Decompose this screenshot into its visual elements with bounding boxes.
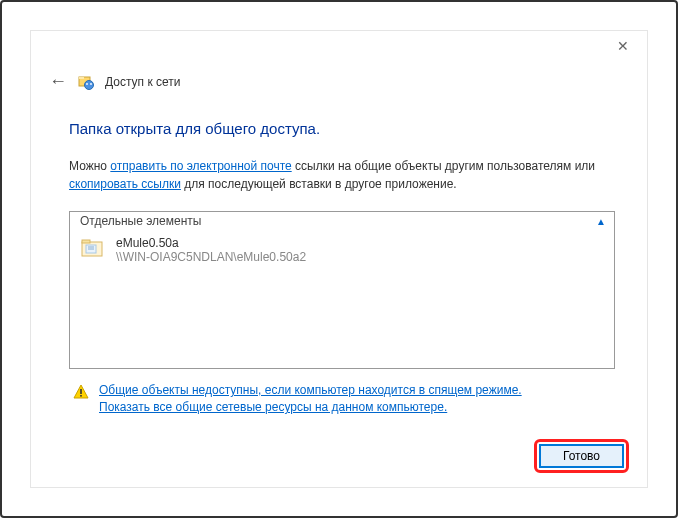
titlebar: ✕ — [31, 31, 647, 63]
shared-item-row[interactable]: eMule0.50a \\WIN-OIA9C5NDLAN\eMule0.50a2 — [70, 230, 614, 270]
network-sharing-dialog: ✕ ← Доступ к сети Папка открыта для обще… — [30, 30, 648, 488]
svg-rect-1 — [79, 77, 84, 79]
description-text: Можно отправить по электронной почте ссы… — [69, 157, 615, 193]
desc-mid: ссылки на общие объекты другим пользоват… — [292, 159, 595, 173]
copy-link[interactable]: скопировать ссылки — [69, 177, 181, 191]
dialog-title: Доступ к сети — [105, 75, 180, 89]
email-link[interactable]: отправить по электронной почте — [110, 159, 291, 173]
show-all-shares-link[interactable]: Показать все общие сетевые ресурсы на да… — [99, 400, 522, 414]
warning-icon — [73, 384, 89, 403]
warning-section: Общие объекты недоступны, если компьютер… — [69, 383, 615, 414]
desc-prefix: Можно — [69, 159, 110, 173]
dialog-content: Папка открыта для общего доступа. Можно … — [31, 96, 647, 426]
main-heading: Папка открыта для общего доступа. — [69, 120, 615, 137]
chevron-up-icon: ▲ — [596, 216, 606, 227]
shared-items-label: Отдельные элементы — [80, 214, 201, 228]
highlight-annotation: Готово — [534, 439, 629, 473]
shared-item-text: eMule0.50a \\WIN-OIA9C5NDLAN\eMule0.50a2 — [116, 236, 306, 264]
shared-item-name: eMule0.50a — [116, 236, 306, 250]
shared-items-header[interactable]: Отдельные элементы ▲ — [70, 212, 614, 230]
warning-links: Общие объекты недоступны, если компьютер… — [99, 383, 522, 414]
network-folder-icon — [77, 73, 95, 91]
dialog-footer: Готово — [534, 439, 629, 473]
dialog-header: ← Доступ к сети — [31, 63, 647, 96]
sleep-mode-link[interactable]: Общие объекты недоступны, если компьютер… — [99, 383, 522, 397]
back-button[interactable]: ← — [49, 71, 67, 92]
close-button[interactable]: ✕ — [603, 33, 643, 59]
close-icon: ✕ — [617, 38, 629, 54]
desc-suffix: для последующей вставки в другое приложе… — [181, 177, 457, 191]
svg-point-3 — [86, 83, 88, 85]
done-button[interactable]: Готово — [539, 444, 624, 468]
shared-items-panel: Отдельные элементы ▲ eMule0.50a \\WIN-OI… — [69, 211, 615, 369]
svg-rect-11 — [80, 389, 82, 394]
svg-rect-12 — [80, 395, 82, 397]
folder-icon — [80, 236, 106, 264]
svg-point-4 — [90, 83, 92, 85]
shared-item-path: \\WIN-OIA9C5NDLAN\eMule0.50a2 — [116, 250, 306, 264]
svg-point-2 — [85, 80, 94, 89]
svg-rect-6 — [82, 240, 90, 243]
